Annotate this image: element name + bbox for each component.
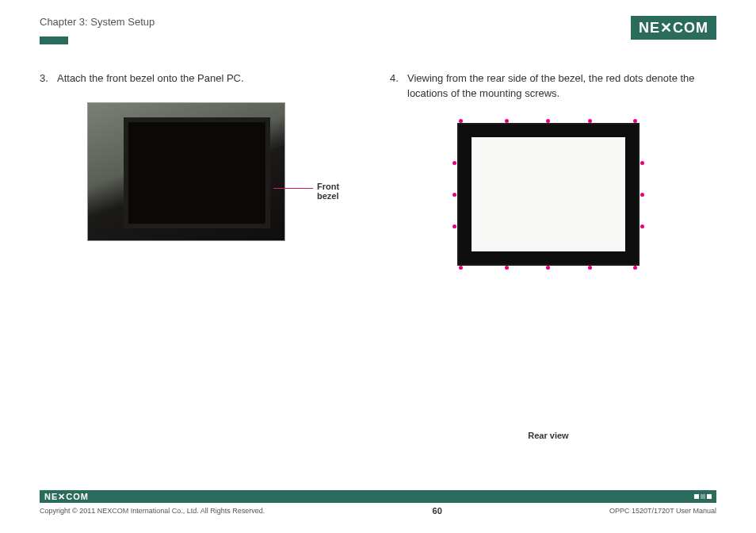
screw-dot-icon (640, 161, 644, 165)
brand-logo-top: NE✕COM (631, 16, 716, 40)
copyright-text: Copyright © 2011 NEXCOM International Co… (40, 507, 265, 515)
photo-front-bezel (87, 102, 285, 241)
photo-screen-area (124, 117, 270, 228)
screw-dot-icon (633, 266, 637, 270)
screw-dot-icon (588, 119, 592, 123)
brand-text-ne: NE (44, 492, 58, 501)
screw-dot-icon (633, 119, 637, 123)
rear-view-label: Rear view (437, 431, 659, 440)
brand-text-ne: NE (639, 20, 660, 36)
brand-logo-footer: NE✕COM (44, 492, 89, 502)
chapter-title: Chapter 3: System Setup (40, 16, 155, 28)
step-text: Viewing from the rear side of the bezel,… (407, 71, 716, 102)
figure-rear-view: Rear view (437, 117, 659, 440)
page-number: 60 (433, 506, 442, 516)
step-4: 4. Viewing from the rear side of the bez… (390, 71, 716, 102)
screw-dot-icon (452, 224, 456, 228)
brand-text-com: COM (66, 492, 89, 501)
photo-rear-bezel (457, 123, 640, 266)
screw-dot-icon (505, 266, 509, 270)
screw-dot-icon (459, 266, 463, 270)
screw-dot-icon (588, 266, 592, 270)
footer-line: Copyright © 2011 NEXCOM International Co… (40, 506, 716, 516)
screw-dot-icon (459, 119, 463, 123)
callout-label: Front bezel (317, 182, 349, 201)
step-number: 3. (40, 71, 57, 86)
screw-dot-icon (640, 193, 644, 197)
right-column: 4. Viewing from the rear side of the bez… (390, 71, 716, 440)
step-3: 3. Attach the front bezel onto the Panel… (40, 71, 366, 86)
step-text: Attach the front bezel onto the Panel PC… (57, 71, 366, 86)
left-column: 3. Attach the front bezel onto the Panel… (40, 71, 366, 440)
manual-name: OPPC 1520T/1720T User Manual (609, 507, 716, 515)
brand-x-icon: ✕ (58, 492, 66, 501)
photo-rear-panel (472, 137, 625, 251)
screw-dot-icon (452, 161, 456, 165)
footer-bar: NE✕COM (40, 490, 716, 503)
screw-dot-icon (452, 193, 456, 197)
screw-dot-icon (640, 224, 644, 228)
photo-rear-wrap (449, 117, 647, 272)
figure-front-bezel: Front bezel (87, 102, 349, 241)
screw-dot-icon (505, 119, 509, 123)
brand-x-icon: ✕ (660, 19, 673, 36)
content-area: 3. Attach the front bezel onto the Panel… (40, 71, 716, 440)
header-accent-bar (40, 36, 68, 44)
footer-dots-icon (694, 494, 712, 499)
screw-dot-icon (546, 119, 550, 123)
step-number: 4. (390, 71, 407, 102)
callout-line (273, 188, 313, 189)
brand-text-com: COM (673, 20, 708, 36)
screw-dot-icon (546, 266, 550, 270)
